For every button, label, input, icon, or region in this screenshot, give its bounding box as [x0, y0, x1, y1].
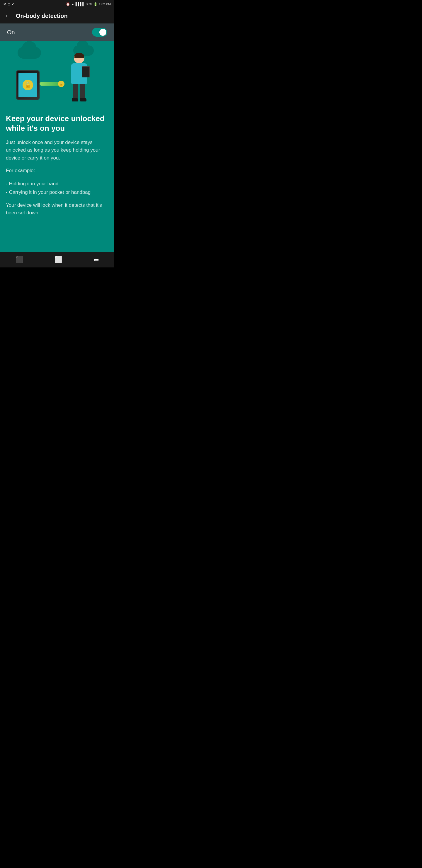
tablet-illustration: 🔒 — [16, 70, 39, 100]
content-heading: Keep your device unlocked while it's on … — [6, 114, 108, 133]
navigation-bar: ⬛ ⬜ ⬅ — [0, 252, 114, 268]
status-left-icons: M ⊡ ✓ — [3, 2, 14, 6]
person-body — [71, 63, 87, 84]
cloud-left-icon — [18, 47, 41, 59]
battery-icon: 🔋 — [94, 2, 98, 6]
person-illustration — [67, 53, 91, 105]
shoe-right — [80, 98, 87, 101]
shoe-left — [72, 98, 78, 101]
signal-icon: ▌▌▌▌ — [75, 2, 85, 6]
app-bar: ← On-body detection — [0, 8, 114, 24]
leg-left — [73, 84, 78, 98]
page-title: On-body detection — [16, 12, 68, 19]
status-right-icons: ⏰ ▲ ▌▌▌▌ 36% 🔋 1:02 PM — [66, 2, 111, 6]
check-icon: ✓ — [12, 2, 14, 6]
beam-illustration: 🔒 — [39, 82, 63, 86]
content-body: Just unlock once and your device stays u… — [6, 139, 108, 162]
person-legs — [67, 84, 91, 101]
content-examples-list: - Holding it in your hand - Carrying it … — [6, 180, 108, 197]
content-examples-label: For example: — [6, 166, 108, 175]
leg-right — [80, 84, 85, 98]
beam-lock-icon: 🔒 — [58, 81, 64, 87]
status-bar: M ⊡ ✓ ⏰ ▲ ▌▌▌▌ 36% 🔋 1:02 PM — [0, 0, 114, 8]
wifi-icon: ▲ — [71, 2, 74, 6]
clock: 1:02 PM — [99, 2, 111, 6]
back-button[interactable]: ← — [5, 12, 11, 20]
nav-back-button[interactable]: ⬅ — [88, 254, 105, 266]
voicemail-icon: ⊡ — [8, 2, 10, 6]
battery-text: 36% — [86, 2, 92, 6]
held-phone-icon — [82, 66, 90, 78]
content-area: Keep your device unlocked while it's on … — [0, 105, 114, 252]
toggle-label: On — [7, 29, 15, 36]
nav-home-button[interactable]: ⬜ — [48, 254, 68, 266]
person-arms — [68, 68, 90, 76]
tablet-lock-icon: 🔒 — [23, 80, 33, 90]
alarm-icon: ⏰ — [66, 2, 70, 6]
toggle-row: On — [0, 24, 114, 41]
person-head — [74, 53, 85, 63]
on-body-detection-toggle[interactable] — [92, 28, 107, 37]
nav-recent-button[interactable]: ⬛ — [10, 254, 29, 266]
gmail-icon: M — [3, 2, 6, 6]
illustration-area: 🔒 🔒 — [0, 41, 114, 105]
content-footer: Your device will lock when it detects th… — [6, 202, 108, 217]
